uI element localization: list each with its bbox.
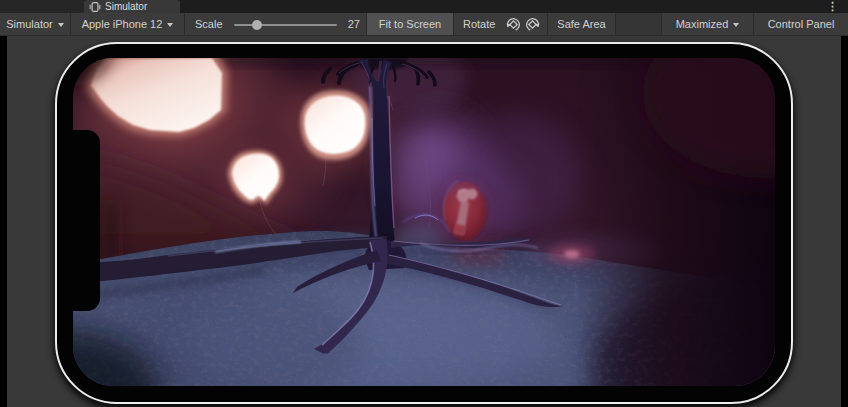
chevron-down-icon [58,23,64,27]
maximized-label: Maximized [676,18,729,30]
simulator-mode-dropdown[interactable]: Simulator [0,13,70,35]
fit-to-screen-button[interactable]: Fit to Screen [367,13,453,35]
glow-hole-right [301,90,371,160]
iphone-12-device-frame [55,42,793,404]
device-dropdown[interactable]: Apple iPhone 12 [71,13,184,35]
window-mode-dropdown[interactable]: Maximized [662,13,753,35]
toolbar: Simulator Apple iPhone 12 Scale 27 Fit t… [0,13,848,36]
simulator-mode-label: Simulator [6,18,52,30]
safe-area-label: Safe Area [557,18,605,30]
simulator-window: Simulator ⋮ Simulator Apple iPhone 12 Sc… [0,0,848,407]
notch [73,130,100,311]
device-label: Apple iPhone 12 [82,18,163,30]
scale-label: Scale [195,13,229,35]
chevron-down-icon [733,23,739,27]
game-scene [73,58,775,386]
device-simulator-icon [89,2,101,12]
separator [453,13,454,35]
tab-simulator[interactable]: Simulator [84,0,180,13]
chevron-down-icon [167,23,173,27]
scale-value: 27 [336,13,360,35]
rotate-cw-icon[interactable] [524,16,541,33]
red-pod-with-bone [440,180,488,240]
game-view [0,36,848,407]
tab-label: Simulator [105,0,147,13]
scale-slider[interactable] [234,24,337,26]
device-screen[interactable] [73,58,775,386]
rotate-label: Rotate [458,13,506,35]
separator [184,13,185,35]
toolbar-gap [616,13,661,35]
scale-slider-handle[interactable] [252,20,262,30]
tab-bar-left [0,0,84,13]
safe-area-button[interactable]: Safe Area [548,13,615,35]
kebab-menu-icon[interactable]: ⋮ [827,0,837,13]
control-panel-label: Control Panel [768,18,835,30]
fit-to-screen-label: Fit to Screen [379,18,441,30]
control-panel-button[interactable]: Control Panel [754,13,848,35]
tab-bar: Simulator ⋮ [0,0,848,13]
rotate-ccw-icon[interactable] [505,16,522,33]
